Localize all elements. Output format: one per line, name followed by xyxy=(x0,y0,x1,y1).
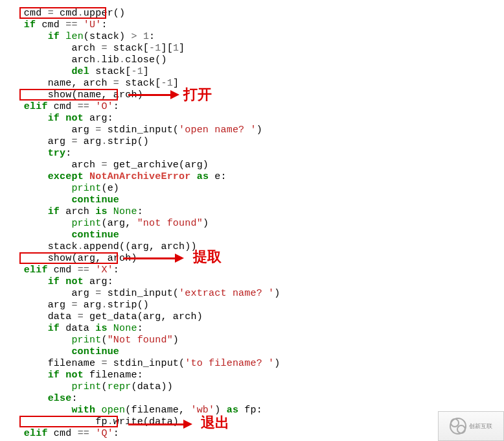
code-line: show(arg, arch) xyxy=(0,253,137,264)
code-line: name, arch = stack[-1] xyxy=(0,78,179,89)
code-line: cmd = cmd.upper() xyxy=(0,8,125,19)
code-line: else: xyxy=(0,393,78,404)
code-line: arch = get_archive(arg) xyxy=(0,160,209,171)
code-line: arg = stdin_input('extract name? ') xyxy=(0,288,281,299)
code-line: filename = stdin_input('to filename? ') xyxy=(0,358,281,369)
code-line: print(arg, "not found") xyxy=(0,218,209,229)
code-line: if not filename: xyxy=(0,370,143,381)
code-line: try: xyxy=(0,148,71,159)
code-line: continue xyxy=(0,346,119,357)
code-line: fp.write(data) xyxy=(0,416,179,427)
watermark-text: 创新互联 xyxy=(469,420,492,432)
code-line: arch.lib.close() xyxy=(0,54,167,66)
code-line: elif cmd == 'Q': xyxy=(0,428,119,439)
code-line: if data is None: xyxy=(0,323,143,334)
watermark-logo-icon xyxy=(450,418,466,435)
code-line: if not arg: xyxy=(0,113,113,124)
code-line: arg = arg.strip() xyxy=(0,136,149,147)
code-line: print("Not found") xyxy=(0,335,179,346)
code-line: if arch is None: xyxy=(0,206,143,217)
code-line: del stack[-1] xyxy=(0,66,149,77)
code-line: stack.append((arg, arch)) xyxy=(0,241,197,252)
code-line: print(e) xyxy=(0,183,119,194)
code-block: cmd = cmd.upper() if cmd == 'U': if len(… xyxy=(0,0,281,440)
code-line: if len(stack) > 1: xyxy=(0,31,155,42)
code-line: arg = arg.strip() xyxy=(0,300,149,311)
code-line: arg = stdin_input('open name? ') xyxy=(0,125,262,136)
code-line: if not arg: xyxy=(0,276,113,287)
annotation-open: 打开 xyxy=(183,88,212,102)
annotation-quit: 退出 xyxy=(201,416,229,430)
code-line: elif cmd == 'O': xyxy=(0,101,119,112)
watermark-badge: 创新互联 xyxy=(438,411,504,441)
code-line: print(repr(data)) xyxy=(0,381,173,392)
code-line: data = get_data(arg, arch) xyxy=(0,311,203,322)
code-line: continue xyxy=(0,195,119,206)
annotation-extract: 提取 xyxy=(193,250,222,264)
code-line: except NotAnArchiveError as e: xyxy=(0,171,227,182)
code-line: elif cmd == 'X': xyxy=(0,265,119,276)
code-line: show(name, arch) xyxy=(0,89,143,101)
code-line: if cmd == 'U': xyxy=(0,19,108,30)
code-line: continue xyxy=(0,230,119,241)
code-line: arch = stack[-1][1] xyxy=(0,43,185,54)
